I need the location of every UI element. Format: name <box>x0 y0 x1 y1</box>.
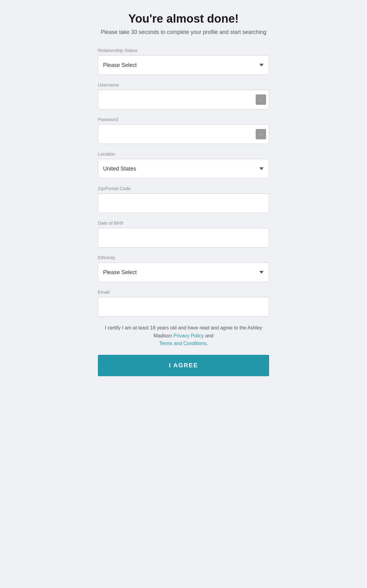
location-select-wrapper: United States Canada United Kingdom Aust… <box>98 159 269 178</box>
username-input-wrapper: ··· <box>98 90 269 109</box>
terms-conditions-link[interactable]: Terms and Conditions <box>159 341 206 346</box>
password-input-wrapper: ··· <box>98 124 269 144</box>
password-label: Password <box>98 117 269 122</box>
password-dots-icon: ··· <box>259 132 263 137</box>
zip-code-input[interactable] <box>98 193 269 213</box>
ethnicity-select-wrapper: Please Select Asian Black/African Americ… <box>98 263 269 282</box>
agree-button[interactable]: I AGREE <box>98 355 269 376</box>
location-select[interactable]: United States Canada United Kingdom Aust… <box>98 159 269 178</box>
relationship-status-select[interactable]: Please Select Single Married In a Relati… <box>98 55 269 75</box>
date-of-birth-group: Date of Birth <box>98 220 269 248</box>
username-label: Username <box>98 82 269 87</box>
page-title: You're almost done! <box>128 12 239 25</box>
relationship-status-select-wrapper: Please Select Single Married In a Relati… <box>98 55 269 75</box>
username-input[interactable] <box>98 90 269 109</box>
certify-text-after: . <box>206 341 208 346</box>
ethnicity-select[interactable]: Please Select Asian Black/African Americ… <box>98 263 269 282</box>
privacy-policy-link[interactable]: Privacy Policy <box>173 333 204 338</box>
relationship-status-group: Relationship Status Please Select Single… <box>98 48 269 75</box>
location-label: Location <box>98 151 269 156</box>
form-container: Relationship Status Please Select Single… <box>98 48 269 376</box>
location-group: Location United States Canada United Kin… <box>98 151 269 178</box>
password-input[interactable] <box>98 124 269 144</box>
date-of-birth-input[interactable] <box>98 228 269 248</box>
zip-code-label: Zip/Postal Code <box>98 186 269 191</box>
email-group: Email <box>98 289 269 317</box>
date-of-birth-label: Date of Birth <box>98 220 269 226</box>
email-label: Email <box>98 289 269 295</box>
page-subtitle: Please take 30 seconds to complete your … <box>101 29 266 35</box>
zip-code-group: Zip/Postal Code <box>98 186 269 213</box>
page-container: You're almost done! Please take 30 secon… <box>76 12 291 376</box>
username-icon-button[interactable]: ··· <box>256 94 266 105</box>
ethnicity-label: Ethnicity <box>98 255 269 260</box>
password-group: Password ··· <box>98 117 269 144</box>
username-dots-icon: ··· <box>259 97 263 102</box>
password-icon-button[interactable]: ··· <box>256 129 266 139</box>
ethnicity-group: Ethnicity Please Select Asian Black/Afri… <box>98 255 269 282</box>
relationship-status-label: Relationship Status <box>98 48 269 53</box>
certify-text: I certify I am at least 18 years old and… <box>98 324 269 347</box>
certify-text-middle2: and <box>205 333 213 338</box>
username-group: Username ··· <box>98 82 269 109</box>
email-input[interactable] <box>98 297 269 317</box>
